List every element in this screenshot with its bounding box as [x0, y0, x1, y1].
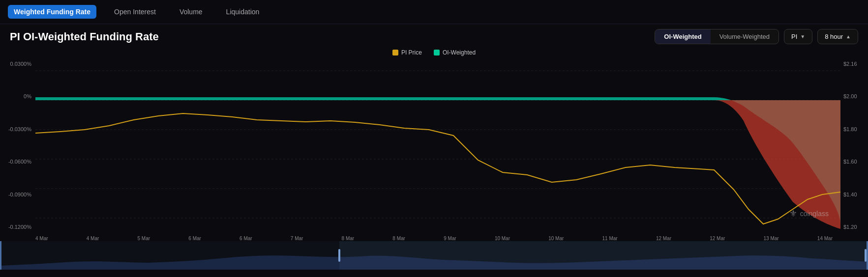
y-label-right-4: $1.40	[840, 192, 868, 197]
x-label-13: 12 Mar	[710, 236, 725, 241]
top-navigation: Weighted Funding Rate Open Interest Volu…	[0, 0, 868, 24]
y-label-right-0: $2.16	[840, 61, 868, 67]
x-label-0: 4 Mar	[35, 236, 48, 241]
symbol-dropdown-arrow: ▼	[800, 34, 805, 39]
symbol-dropdown[interactable]: PI ▼	[784, 29, 812, 44]
nav-weighted-funding-rate[interactable]: Weighted Funding Rate	[8, 5, 96, 19]
y-label-0: 0.0300%	[0, 61, 35, 67]
x-label-5: 7 Mar	[291, 236, 303, 241]
x-axis: 4 Mar 4 Mar 5 Mar 6 Mar 6 Mar 7 Mar 8 Ma…	[0, 234, 868, 241]
y-label-1: 0%	[0, 93, 35, 99]
x-label-4: 6 Mar	[239, 236, 252, 241]
x-label-14: 13 Mar	[764, 236, 779, 241]
pi-price-line	[35, 113, 840, 224]
legend-oi-weighted: OI-Weighted	[434, 49, 476, 56]
y-label-right-5: $1.20	[840, 224, 868, 230]
y-label-4: -0.0900%	[0, 192, 35, 197]
y-label-right-3: $1.60	[840, 159, 868, 165]
interval-dropdown[interactable]: 8 hour ▲	[817, 29, 858, 44]
interval-dropdown-arrow: ▲	[846, 34, 851, 39]
svg-rect-10	[338, 249, 340, 262]
mini-chart-svg	[0, 241, 868, 270]
chart-title: PI OI-Weighted Funding Rate	[10, 30, 159, 43]
x-label-10: 10 Mar	[548, 236, 564, 241]
nav-volume[interactable]: Volume	[174, 5, 209, 19]
nav-open-interest[interactable]: Open Interest	[108, 5, 162, 19]
weight-toggle-group: OI-Weighted Volume-Weighted	[655, 29, 779, 44]
x-label-12: 12 Mar	[656, 236, 671, 241]
y-label-5: -0.1200%	[0, 224, 35, 230]
y-axis-left: 0.0300% 0% -0.0300% -0.0600% -0.0900% -0…	[0, 57, 35, 234]
x-label-1: 4 Mar	[87, 236, 99, 241]
y-label-right-2: $1.80	[840, 126, 868, 132]
chart-legend: PI Price OI-Weighted	[0, 47, 868, 57]
y-axis-right: $2.16 $2.00 $1.80 $1.60 $1.40 $1.20	[840, 57, 868, 234]
oi-weighted-toggle[interactable]: OI-Weighted	[655, 29, 710, 44]
chart-header: PI OI-Weighted Funding Rate OI-Weighted …	[0, 24, 868, 47]
y-label-3: -0.0600%	[0, 159, 35, 165]
legend-pi-price: PI Price	[392, 49, 422, 56]
chart-controls: OI-Weighted Volume-Weighted PI ▼ 8 hour …	[655, 29, 858, 44]
mini-chart[interactable]	[0, 241, 868, 270]
x-label-7: 8 Mar	[392, 236, 405, 241]
legend-oi-weighted-dot	[434, 50, 440, 55]
svg-rect-9	[339, 241, 868, 270]
x-label-6: 8 Mar	[342, 236, 355, 241]
volume-weighted-toggle[interactable]: Volume-Weighted	[711, 29, 778, 44]
x-label-11: 11 Mar	[602, 236, 618, 241]
x-label-15: 14 Mar	[817, 236, 833, 241]
y-label-2: -0.0300%	[0, 126, 35, 132]
x-label-2: 5 Mar	[138, 236, 150, 241]
main-chart-container: 0.0300% 0% -0.0300% -0.0600% -0.0900% -0…	[0, 57, 868, 234]
y-label-right-1: $2.00	[840, 93, 868, 99]
x-label-9: 10 Mar	[495, 236, 510, 241]
nav-liquidation[interactable]: Liquidation	[220, 5, 266, 19]
legend-pi-price-dot	[392, 50, 398, 55]
main-chart-svg	[35, 57, 840, 234]
chart-svg-area	[35, 57, 840, 234]
coinglass-watermark: ⚜ coinglass	[789, 208, 829, 219]
x-label-3: 6 Mar	[188, 236, 201, 241]
x-label-8: 9 Mar	[444, 236, 456, 241]
svg-rect-11	[865, 249, 867, 262]
svg-rect-7	[0, 241, 1, 270]
